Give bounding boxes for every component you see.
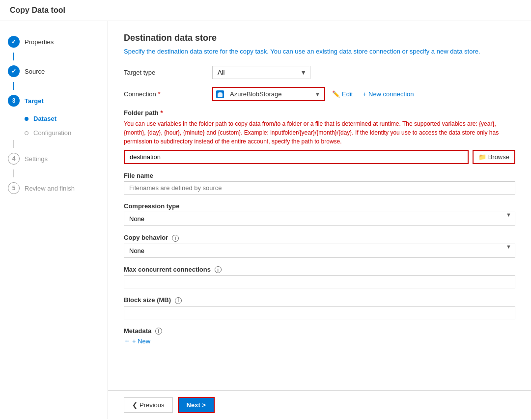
folder-path-description: You can use variables in the folder path… (124, 119, 515, 146)
page-subtitle: Specify the destination data store for t… (124, 47, 515, 56)
step-label-source: Source (25, 68, 45, 75)
previous-arrow-icon: ❮ (132, 401, 138, 409)
connection-select-wrapper: AzureBlobStorage ▼ (212, 87, 325, 101)
folder-path-label: Folder path * (124, 109, 515, 116)
target-type-field: All ▼ (212, 66, 515, 79)
browse-button[interactable]: 📁 Browse (473, 150, 515, 164)
add-metadata-button[interactable]: ＋ + New (124, 336, 150, 345)
sidebar: ✓ Properties ✓ Source 3 Target Dataset C… (0, 21, 108, 419)
target-type-row: Target type All ▼ (124, 66, 515, 79)
edit-connection-button[interactable]: ✏️ Edit (329, 88, 356, 100)
step-label-review: Review and finish (25, 185, 75, 192)
target-type-select[interactable]: All (212, 66, 310, 79)
file-name-section: File name (124, 172, 515, 195)
metadata-label: Metadata i (124, 327, 515, 335)
substep-configuration[interactable]: Configuration (0, 126, 108, 140)
copy-behavior-label: Copy behavior i (124, 234, 515, 242)
page-title: Destination data store (124, 33, 515, 43)
max-connections-label: Max concurrent connections i (124, 266, 515, 274)
connector-1 (13, 53, 14, 60)
sidebar-step-source[interactable]: ✓ Source (0, 60, 108, 82)
substep-dataset[interactable]: Dataset (0, 112, 108, 126)
folder-path-input[interactable] (125, 151, 468, 163)
copy-behavior-section: Copy behavior i None ▼ (124, 234, 515, 258)
folder-input-wrapper (124, 150, 469, 164)
step-circle-source: ✓ (8, 65, 20, 77)
sidebar-step-settings[interactable]: 4 Settings (0, 148, 108, 169)
connection-row: Connection * (124, 87, 515, 101)
previous-button[interactable]: ❮ Previous (124, 397, 173, 413)
bottom-bar: ❮ Previous Next > (108, 391, 531, 419)
connection-field: AzureBlobStorage ▼ ✏️ Edit + New connect… (212, 87, 515, 101)
connector-2 (13, 82, 14, 90)
step-label-target: Target (25, 97, 44, 105)
browse-folder-icon: 📁 (478, 153, 486, 161)
compression-type-select[interactable]: None (124, 212, 515, 226)
file-name-input[interactable] (124, 181, 515, 195)
max-connections-info-icon: i (215, 266, 222, 273)
folder-required: * (160, 109, 163, 116)
connection-select[interactable]: AzureBlobStorage (226, 88, 324, 100)
copy-behavior-info-icon: i (172, 235, 179, 242)
connector-3 (13, 140, 14, 148)
file-name-label: File name (124, 172, 515, 179)
substep-dot-dataset (25, 117, 28, 121)
target-type-label: Target type (124, 69, 212, 76)
next-button[interactable]: Next > (178, 397, 215, 413)
step-circle-properties: ✓ (8, 36, 20, 48)
substep-dot-configuration (25, 131, 28, 135)
sidebar-step-target[interactable]: 3 Target (0, 90, 108, 112)
metadata-info-icon: i (155, 328, 162, 335)
block-size-section: Block size (MB) i (124, 296, 515, 319)
compression-type-section: Compression type None ▼ (124, 202, 515, 226)
copy-behavior-select-wrapper: None ▼ (124, 244, 515, 258)
main-content: Destination data store Specify the desti… (108, 21, 531, 390)
step-label-settings: Settings (25, 155, 48, 163)
block-size-label: Block size (MB) i (124, 296, 515, 304)
edit-pencil-icon: ✏️ (332, 90, 340, 98)
folder-input-area: 📁 Browse (124, 150, 515, 164)
sidebar-step-review[interactable]: 5 Review and finish (0, 177, 108, 199)
compression-select-wrapper: None ▼ (124, 212, 515, 226)
block-size-info-icon: i (175, 297, 182, 304)
max-connections-input[interactable] (124, 275, 515, 288)
compression-type-label: Compression type (124, 202, 515, 210)
target-type-select-wrapper: All ▼ (212, 66, 310, 79)
connection-controls: AzureBlobStorage ▼ ✏️ Edit + New connect… (212, 87, 515, 101)
step-circle-target: 3 (8, 95, 20, 107)
svg-rect-2 (219, 92, 222, 94)
copy-behavior-select[interactable]: None (124, 244, 515, 258)
step-circle-review: 5 (8, 182, 20, 194)
substep-label-configuration: Configuration (33, 129, 71, 137)
add-metadata-plus-icon: ＋ (124, 336, 130, 345)
connection-required: * (158, 90, 160, 98)
substep-label-dataset: Dataset (33, 115, 56, 122)
connection-label: Connection * (124, 90, 212, 98)
block-size-input[interactable] (124, 306, 515, 319)
connection-inner: AzureBlobStorage ▼ (213, 88, 324, 100)
connector-4 (13, 169, 14, 177)
step-label-properties: Properties (25, 38, 54, 46)
folder-path-section: Folder path * You can use variables in t… (124, 109, 515, 164)
sidebar-step-properties[interactable]: ✓ Properties (0, 31, 108, 53)
max-connections-section: Max concurrent connections i (124, 266, 515, 289)
app-title: Copy Data tool (0, 0, 531, 21)
new-connection-plus-icon: + (363, 90, 366, 98)
metadata-section: Metadata i ＋ + New (124, 327, 515, 346)
step-circle-settings: 4 (8, 153, 20, 165)
azure-blob-icon (216, 90, 224, 98)
new-connection-button[interactable]: + New connection (360, 88, 417, 100)
